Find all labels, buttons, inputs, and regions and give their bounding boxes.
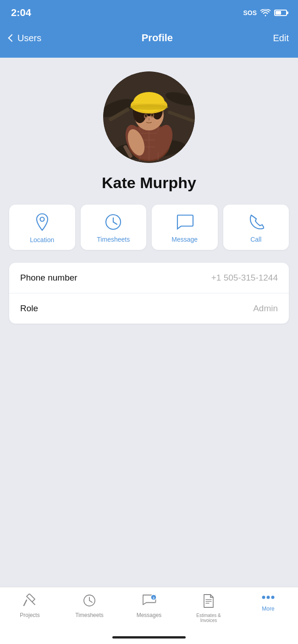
call-button[interactable]: Call [223, 205, 289, 250]
phone-row: Phone number +1 505-315-1244 [9, 263, 289, 293]
clock-icon [105, 213, 122, 232]
tab-more[interactable]: More [238, 594, 298, 612]
back-label: Users [17, 33, 41, 43]
user-name: Kate Murphy [102, 174, 196, 192]
tab-timesheets-label: Timesheets [75, 612, 104, 618]
role-value: Admin [253, 303, 278, 314]
svg-line-35 [113, 222, 117, 224]
tab-estimates[interactable]: Estimates & Invoices [179, 594, 238, 623]
tab-estimates-label: Estimates & Invoices [190, 613, 227, 623]
tab-messages-label: Messages [137, 612, 162, 618]
phone-icon [248, 213, 264, 232]
tab-projects-label: Projects [20, 612, 39, 618]
message-icon [176, 213, 194, 232]
action-buttons-row: Location Timesheets Message [9, 205, 289, 250]
edit-button[interactable]: Edit [273, 33, 289, 43]
svg-point-24 [145, 114, 147, 117]
page-title: Profile [142, 32, 173, 44]
status-bar: 2:04 SOS [0, 0, 298, 26]
tab-message-icon: 3 [142, 594, 156, 609]
phone-label: Phone number [20, 273, 77, 283]
call-label: Call [250, 236, 261, 243]
svg-point-44 [262, 596, 265, 599]
svg-text:3: 3 [153, 596, 155, 600]
svg-point-29 [130, 104, 168, 110]
home-indicator [0, 633, 298, 644]
tab-messages[interactable]: 3 Messages [119, 594, 179, 618]
location-icon [34, 213, 50, 233]
svg-point-25 [151, 114, 154, 116]
tab-clock-icon [83, 594, 96, 609]
svg-line-38 [89, 601, 92, 602]
tab-document-icon [203, 594, 215, 610]
wifi-icon [260, 9, 270, 16]
status-icons: SOS [243, 9, 287, 16]
avatar [103, 71, 195, 163]
home-bar [112, 636, 186, 639]
tab-projects[interactable]: Projects [0, 594, 60, 618]
status-time: 2:04 [11, 7, 31, 19]
location-button[interactable]: Location [9, 205, 75, 250]
svg-point-46 [271, 596, 275, 599]
location-label: Location [30, 236, 54, 244]
info-card: Phone number +1 505-315-1244 Role Admin [9, 263, 289, 324]
tab-more-icon [261, 594, 276, 603]
sos-label: SOS [243, 9, 257, 16]
svg-point-32 [40, 217, 44, 222]
timesheets-label: Timesheets [97, 236, 130, 243]
back-button[interactable]: Users [9, 33, 41, 43]
tab-bar: Projects Timesheets 3 Messages [0, 587, 298, 633]
message-label: Message [171, 236, 198, 243]
message-button[interactable]: Message [152, 205, 218, 250]
phone-value: +1 505-315-1244 [211, 273, 278, 283]
role-label: Role [20, 303, 38, 314]
hammer-icon [23, 594, 37, 609]
timesheets-button[interactable]: Timesheets [81, 205, 147, 250]
tab-timesheets[interactable]: Timesheets [60, 594, 119, 618]
nav-bar: Users Profile Edit [0, 26, 298, 58]
role-row: Role Admin [9, 293, 289, 324]
battery-icon [274, 10, 287, 16]
chevron-left-icon [8, 34, 16, 42]
main-content: Kate Murphy Location Timesheets [0, 58, 298, 587]
tab-more-label: More [262, 606, 274, 612]
svg-point-45 [267, 596, 270, 599]
